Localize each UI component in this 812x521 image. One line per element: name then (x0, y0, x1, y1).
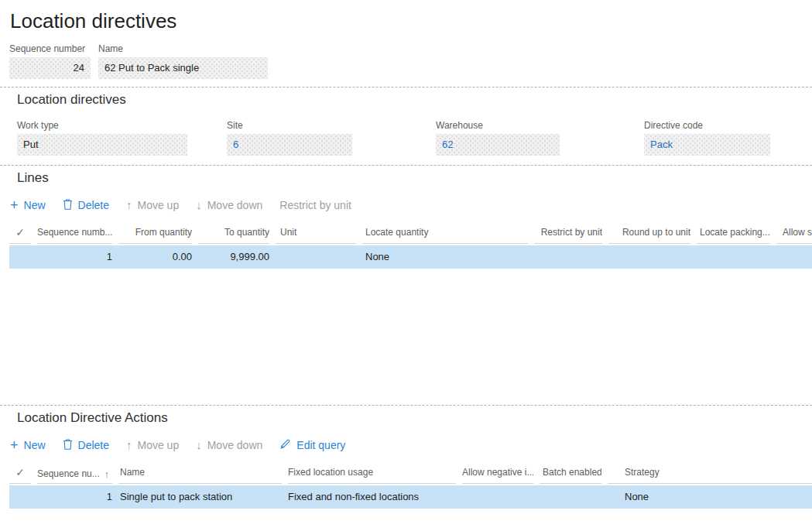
new-button-label: New (24, 199, 46, 211)
restrict-by-unit-button-label: Restrict by unit (279, 199, 351, 211)
row-checkbox-cell[interactable] (9, 245, 31, 269)
cell-allow-split (776, 245, 812, 269)
cell-strategy: None (608, 485, 812, 509)
lines-grid: ✓ Sequence numb... From quantity To quan… (0, 225, 812, 405)
column-header-locate-quantity[interactable]: Locate quantity (362, 225, 528, 244)
name-field[interactable]: 62 Put to Pack single (98, 57, 268, 79)
actions-delete-button[interactable]: Delete (63, 438, 109, 452)
lines-move-down-button[interactable]: ↓ Move down (196, 199, 262, 211)
location-directives-page: Location directives Sequence number 24 N… (0, 0, 812, 521)
actions-grid-row[interactable]: 1 Single put to pack station Fixed and n… (9, 485, 812, 509)
lines-restrict-by-unit-button[interactable]: Restrict by unit (279, 199, 351, 211)
section-divider (0, 165, 812, 166)
lines-move-up-button[interactable]: ↑ Move up (126, 199, 179, 211)
work-type-field[interactable]: Put (17, 134, 187, 156)
name-field-group: Name 62 Put to Pack single (98, 43, 268, 79)
actions-move-up-button[interactable]: ↑ Move up (126, 439, 179, 451)
arrow-up-icon: ↑ (126, 439, 132, 451)
cell-to-quantity: 9,999.00 (198, 245, 269, 269)
sequence-number-label: Sequence number (9, 43, 91, 54)
plus-icon: + (10, 439, 19, 451)
column-header-batch-enabled[interactable]: Batch enabled (540, 464, 601, 484)
column-header-sequence-number[interactable]: Sequence nu... ↑ (37, 464, 112, 484)
column-header-name[interactable]: Name (118, 464, 282, 484)
column-header-round-up-to-unit[interactable]: Round up to unit (608, 225, 690, 244)
column-header-locate-packing[interactable]: Locate packing... (697, 225, 770, 244)
lines-toolbar: + New Delete ↑ Move up ↓ Move down Restr… (10, 197, 812, 213)
move-up-button-label: Move up (138, 199, 180, 211)
directive-code-label: Directive code (644, 120, 770, 131)
lines-grid-row[interactable]: 1 0.00 9,999.00 None (9, 245, 812, 269)
cell-restrict-by-unit (534, 245, 602, 269)
actions-move-down-button[interactable]: ↓ Move down (196, 439, 262, 451)
site-field[interactable]: 6 (227, 134, 352, 156)
edit-query-button[interactable]: Edit query (279, 438, 345, 452)
arrow-up-icon: ↑ (126, 199, 132, 211)
cell-from-quantity: 0.00 (118, 245, 192, 269)
lines-section-title: Lines (17, 170, 812, 186)
delete-button-label: Delete (78, 439, 109, 451)
work-type-field-group: Work type Put (17, 120, 227, 156)
column-header-from-quantity[interactable]: From quantity (118, 225, 192, 244)
trash-icon (63, 438, 73, 452)
column-header-unit[interactable]: Unit (276, 225, 356, 244)
new-button-label: New (24, 439, 46, 451)
sort-ascending-icon: ↑ (104, 466, 110, 482)
column-header-sequence-number[interactable]: Sequence numb... (37, 225, 112, 244)
actions-new-button[interactable]: + New (10, 439, 46, 451)
cell-locate-quantity: None (362, 245, 528, 269)
column-header-fixed-location-usage[interactable]: Fixed location usage (288, 464, 456, 484)
arrow-down-icon: ↓ (196, 199, 202, 211)
lines-delete-button[interactable]: Delete (63, 198, 109, 212)
directives-fields: Work type Put Site 6 Warehouse 62 Direct… (17, 120, 812, 156)
column-header-allow-negative-inventory[interactable]: Allow negative i... (462, 464, 533, 484)
directive-code-field-group: Directive code Pack (644, 120, 770, 156)
lines-grid-empty-area (0, 269, 812, 405)
column-header-label: Sequence nu... (37, 466, 100, 482)
lines-new-button[interactable]: + New (10, 199, 46, 211)
cell-locate-packing (697, 245, 770, 269)
sequence-number-field[interactable]: 24 (9, 57, 91, 79)
checkmark-icon: ✓ (15, 226, 25, 238)
column-header-strategy[interactable]: Strategy (608, 464, 812, 484)
move-down-button-label: Move down (207, 199, 263, 211)
cell-sequence-number: 1 (37, 485, 112, 509)
actions-select-all-checkbox[interactable]: ✓ (9, 464, 31, 484)
edit-query-button-label: Edit query (296, 439, 345, 451)
lines-select-all-checkbox[interactable]: ✓ (9, 225, 31, 244)
arrow-down-icon: ↓ (196, 439, 202, 451)
warehouse-field-group: Warehouse 62 (436, 120, 644, 156)
cell-name: Single put to pack station (118, 485, 282, 509)
column-header-allow-split[interactable]: Allow s (776, 225, 812, 244)
warehouse-field[interactable]: 62 (436, 134, 560, 156)
move-up-button-label: Move up (138, 439, 180, 451)
header-fields: Sequence number 24 Name 62 Put to Pack s… (9, 43, 812, 79)
plus-icon: + (10, 199, 19, 211)
actions-section-title: Location Directive Actions (17, 410, 812, 426)
trash-icon (63, 198, 73, 212)
column-header-restrict-by-unit[interactable]: Restrict by unit (534, 225, 602, 244)
checkmark-icon: ✓ (15, 466, 25, 478)
directives-section-title: Location directives (17, 92, 812, 108)
sequence-number-field-group: Sequence number 24 (9, 43, 91, 79)
actions-grid-header: ✓ Sequence nu... ↑ Name Fixed location u… (9, 464, 812, 484)
column-header-to-quantity[interactable]: To quantity (198, 225, 269, 244)
cell-sequence-number: 1 (37, 245, 112, 269)
row-checkbox-cell[interactable] (9, 485, 31, 509)
lines-grid-header: ✓ Sequence numb... From quantity To quan… (9, 225, 812, 244)
cell-unit (276, 245, 356, 269)
edit-pencil-icon (279, 438, 291, 452)
site-label: Site (227, 120, 436, 131)
cell-batch-enabled (540, 485, 601, 509)
site-field-group: Site 6 (227, 120, 436, 156)
work-type-label: Work type (17, 120, 227, 131)
delete-button-label: Delete (78, 199, 109, 211)
cell-round-up-to-unit (608, 245, 690, 269)
warehouse-label: Warehouse (436, 120, 644, 131)
directive-code-field[interactable]: Pack (644, 134, 770, 156)
move-down-button-label: Move down (207, 439, 263, 451)
cell-allow-negative-inventory (462, 485, 533, 509)
actions-grid: ✓ Sequence nu... ↑ Name Fixed location u… (0, 464, 812, 509)
page-title: Location directives (10, 9, 812, 33)
cell-fixed-location-usage: Fixed and non-fixed locations (288, 485, 456, 509)
